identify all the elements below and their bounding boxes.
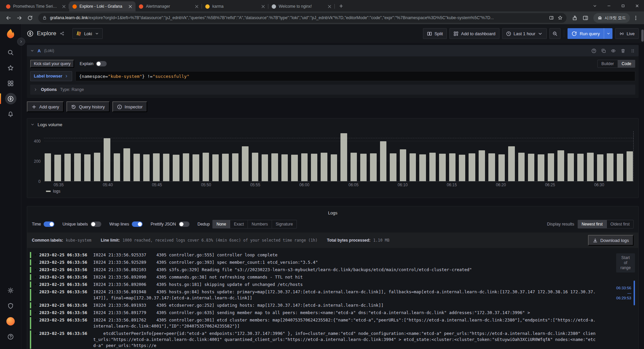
display-oldest-first[interactable]: Oldest first [607, 220, 633, 228]
tab-close-icon[interactable] [128, 4, 133, 9]
sidebar-item-explore[interactable] [0, 91, 21, 106]
browser-menu-button[interactable] [631, 13, 641, 23]
duplicate-query-icon[interactable] [601, 48, 606, 53]
editor-mode-code[interactable]: Code [618, 60, 635, 67]
collapse-query-icon[interactable] [30, 49, 34, 53]
close-window-button[interactable] [630, 0, 644, 11]
logs-volume-header[interactable]: Logs volume [27, 118, 638, 131]
dedup-none[interactable]: None [213, 220, 230, 228]
live-button[interactable]: Live [615, 28, 639, 39]
sidebar-item-starred[interactable] [0, 60, 21, 76]
reload-button[interactable] [25, 13, 35, 23]
forward-button[interactable] [14, 13, 24, 23]
log-row[interactable]: 2023-02-25 06:33:56I0224 21:33:56.892103… [30, 267, 598, 273]
dedup-numbers[interactable]: Numbers [248, 220, 272, 228]
log-row[interactable]: 2023-02-25 06:33:56I0224 21:33:56.925289… [30, 259, 598, 265]
legend-label-logs[interactable]: logs [53, 189, 60, 194]
toggle-label: Time [32, 222, 41, 227]
log-row[interactable]: 2023-02-25 06:33:56I0224 21:33:56.891933… [30, 302, 598, 308]
dedup-signature[interactable]: Signature [272, 220, 297, 228]
add-to-dashboard-button[interactable]: Add to dashboard [449, 28, 499, 39]
plus-icon [32, 104, 37, 109]
tab-search-button[interactable] [588, 0, 602, 11]
share-shortlink-icon[interactable] [60, 31, 64, 36]
tab-close-icon[interactable] [261, 4, 266, 9]
explain-toggle[interactable] [96, 61, 107, 66]
expand-log-icon[interactable] [31, 282, 39, 286]
side-panel-button[interactable] [581, 13, 591, 23]
dedup-label: Dedup [198, 222, 210, 227]
bookmark-icon[interactable] [558, 15, 562, 20]
browser-tab[interactable]: karma [202, 1, 268, 11]
drag-handle-icon[interactable] [630, 48, 635, 53]
expand-log-icon[interactable] [31, 289, 39, 294]
expand-log-icon[interactable] [31, 310, 39, 314]
tab-close-icon[interactable] [194, 4, 199, 9]
page-scrollbar[interactable] [641, 30, 644, 42]
query-history-button[interactable]: Query history [66, 101, 109, 112]
query-ref-id[interactable]: A [38, 48, 41, 53]
tab-close-icon[interactable] [327, 4, 332, 9]
remove-query-icon[interactable] [621, 48, 626, 53]
sidebar-item-search[interactable] [0, 45, 21, 60]
log-row[interactable]: 2023-02-25 06:33:56I0224 21:33:56.891948… [30, 289, 598, 301]
grafana-logo[interactable] [5, 28, 16, 39]
tab-close-icon[interactable] [61, 4, 66, 9]
datasource-picker[interactable]: Loki [72, 28, 103, 39]
maximize-button[interactable] [616, 0, 630, 11]
expand-log-icon[interactable] [31, 317, 39, 322]
sidebar-item-server-admin[interactable] [0, 298, 21, 313]
sidebar-item-alerting[interactable] [0, 106, 21, 122]
sidebar-item-help[interactable] [0, 329, 21, 344]
label-browser-button[interactable]: Label browser [30, 71, 72, 81]
log-row[interactable]: 2023-02-25 06:33:56I0224 21:33:56.925337… [30, 252, 598, 258]
dedup-exact[interactable]: Exact [230, 220, 248, 228]
run-query-button[interactable]: Run query [568, 28, 612, 39]
zoom-out-button[interactable] [549, 28, 560, 39]
add-query-button[interactable]: Add query [27, 101, 64, 112]
expand-log-icon[interactable] [31, 274, 39, 279]
sidebar-item-dashboards[interactable] [0, 76, 21, 91]
log-row[interactable]: 2023-02-25 06:33:56I0224 21:33:56.892090… [30, 274, 598, 280]
browser-tab[interactable]: Welcome to nginx! [268, 1, 335, 11]
prettify-json-toggle[interactable] [179, 221, 190, 227]
browser-tab[interactable]: Prometheus Time Series Collect [3, 1, 69, 11]
query-help-icon[interactable] [591, 48, 596, 53]
kick-start-button[interactable]: Kick start your query [30, 60, 74, 68]
editor-mode-builder[interactable]: Builder [598, 60, 618, 67]
incognito-profile-chip[interactable]: 시크릿 모드 [593, 13, 630, 23]
split-button[interactable]: Split [423, 28, 447, 39]
query-expression-input[interactable]: {namespace="kube-system"} !="successfull… [75, 71, 635, 81]
sidebar-item-configuration[interactable] [0, 283, 21, 298]
browser-tab[interactable]: Alertmanager [136, 1, 202, 11]
unique-labels-toggle[interactable] [91, 221, 101, 227]
log-row[interactable]: 2023-02-25 06:33:56I0224 21:33:56.891779… [30, 310, 598, 316]
download-logs-button[interactable]: Download logs [588, 235, 634, 246]
expand-log-icon[interactable] [31, 252, 39, 257]
log-nav-scrollbar[interactable] [634, 281, 635, 305]
sidebar-item-profile[interactable] [0, 313, 21, 329]
extensions-button[interactable] [570, 13, 580, 23]
run-query-dropdown[interactable] [604, 28, 612, 39]
time-range-picker[interactable]: Last 1 hour [502, 28, 547, 39]
log-row[interactable]: 2023-02-25 06:33:56 etcdClusterPeerInfo{… [30, 331, 598, 349]
expand-log-icon[interactable] [31, 259, 39, 264]
display-newest-first[interactable]: Newest first [578, 220, 607, 228]
wrap-lines-toggle[interactable] [132, 221, 143, 227]
new-tab-button[interactable] [337, 2, 345, 10]
expand-log-icon[interactable] [31, 302, 39, 307]
back-button[interactable] [3, 13, 13, 23]
browser-tab[interactable]: Explore - Loki - Grafana [69, 1, 136, 11]
minimize-button[interactable] [602, 0, 616, 11]
log-row[interactable]: 2023-02-25 06:33:56I0224 21:33:56.892006… [30, 282, 598, 288]
address-bar[interactable]: grafana.learn-dc.link/explore?orgId=1&le… [38, 13, 567, 23]
inspector-button[interactable]: Inspector [112, 101, 147, 112]
expand-log-icon[interactable] [31, 267, 39, 271]
expand-log-icon[interactable] [31, 331, 39, 335]
volume-bar [133, 154, 140, 181]
reading-mode-icon[interactable] [549, 15, 554, 20]
time-toggle[interactable] [44, 221, 54, 227]
toggle-query-visibility-icon[interactable] [611, 48, 616, 53]
log-row[interactable]: 2023-02-25 06:33:56I0224 21:33:56.891762… [30, 317, 598, 329]
query-options[interactable]: Options Type: Range [30, 85, 635, 95]
